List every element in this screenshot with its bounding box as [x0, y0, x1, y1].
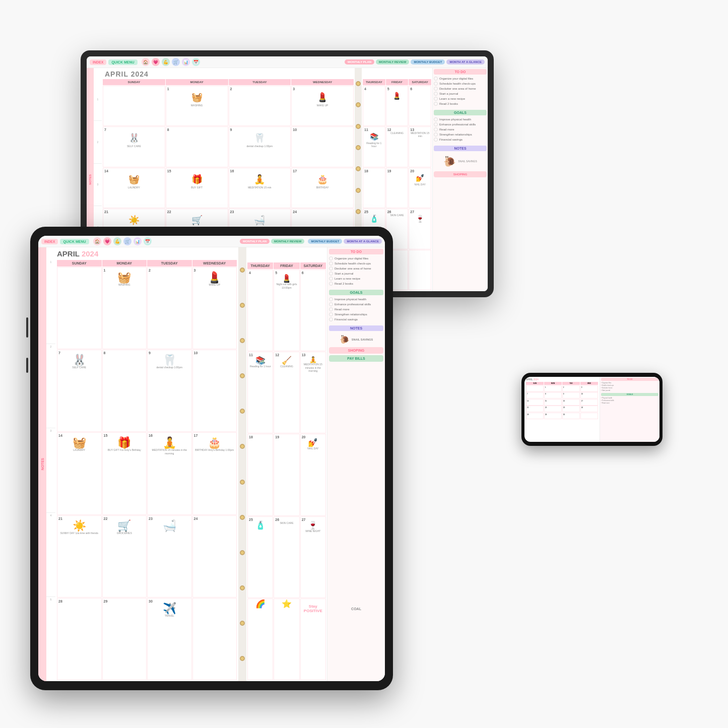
- home-icon[interactable]: 🏠: [142, 58, 150, 66]
- tablet-todo-check-3[interactable]: [329, 267, 333, 271]
- cart-icon[interactable]: 🛒: [172, 58, 180, 66]
- monitor-quick-menu-btn[interactable]: QUICK MENU: [108, 59, 137, 65]
- tablet-spiral: [238, 247, 246, 681]
- tab-cell-17: 17 🎂 BIRTHDAY Amy's Birthday 1:00pm: [192, 432, 237, 514]
- todo-text-5: Learn a new recipe: [439, 97, 465, 100]
- goal-3: Read more: [434, 127, 487, 131]
- month-at-glance-btn[interactable]: MONTH AT A GLANCE: [446, 59, 485, 64]
- todo-check-1[interactable]: [434, 77, 438, 81]
- phone-cell-16: 16: [562, 399, 580, 406]
- shopping-btn[interactable]: SHOPING: [434, 171, 487, 177]
- phone-right: TO DO • Organize files • Health check-up…: [600, 377, 659, 442]
- tablet-goal-check-1[interactable]: [329, 297, 333, 301]
- tablet-calendar-icon[interactable]: 📅: [144, 237, 152, 245]
- tablet-chart-icon[interactable]: 📊: [134, 237, 142, 245]
- phone-cell-1: 1: [544, 385, 562, 392]
- tablet-monthly-review-btn[interactable]: MONTHLY REVIEW: [271, 239, 304, 244]
- todo-check-5[interactable]: [434, 97, 438, 101]
- ring-3: [356, 124, 361, 129]
- chart-icon[interactable]: 📊: [182, 58, 190, 66]
- tab-cell-10: 10: [192, 350, 237, 432]
- phone-cell-21: 21: [526, 406, 544, 412]
- tablet-goal-check-2[interactable]: [329, 302, 333, 306]
- tablet-todo-text-3: Declutter one area of home: [335, 267, 371, 270]
- tablet-todo-check-6[interactable]: [329, 282, 333, 286]
- tablet-snail-icon: 🐌: [340, 335, 350, 344]
- goal-check-3[interactable]: [434, 127, 438, 131]
- tablet-quick-menu-btn[interactable]: QUICK MENU: [60, 239, 89, 244]
- goal-check-1[interactable]: [434, 117, 438, 121]
- phone: APRIL 2024 SUN MON TUE WED 1 2 3: [521, 373, 663, 446]
- goal-4: Strengthen relationships: [434, 133, 487, 137]
- tablet-header-wed: WEDNESDAY: [192, 260, 237, 267]
- monthly-budget-btn[interactable]: MONTHLY BUDGET: [411, 59, 445, 64]
- tablet-goal-check-5[interactable]: [329, 317, 333, 321]
- tablet-shopping-btn[interactable]: SHOPING: [329, 347, 383, 354]
- phone-todo-title: TO DO: [601, 378, 658, 381]
- tablet-month-glance-btn[interactable]: MONTH AT A GLANCE: [344, 239, 382, 244]
- monthly-plan-btn[interactable]: MONTHLY PLAN: [345, 59, 374, 64]
- calendar-icon[interactable]: 📅: [192, 58, 200, 66]
- tablet-right-panel: TO DO Organize your digital files Schedu…: [327, 247, 385, 681]
- tablet-todo-check-1[interactable]: [329, 256, 333, 260]
- monitor-day-headers-right: THURSDAY FRIDAY SATURDAY: [363, 79, 431, 85]
- phone-cell-23: 23: [562, 406, 580, 412]
- tablet-home-icon[interactable]: 🏠: [93, 237, 101, 245]
- tablet-home-btn[interactable]: [26, 317, 28, 338]
- phone-grid: SUN MON TUE WED 1 2 3 7 8 9 10: [526, 382, 598, 419]
- tab-cell-15: 15 🎁 BUY GIFT For Amy's Birthday: [102, 432, 147, 514]
- tab-cell-r-end3: StayPOSITIVE: [300, 599, 326, 680]
- goal-text-1: Improve physical health: [439, 118, 471, 121]
- tablet-ring: [240, 444, 245, 449]
- tablet-notes-left-tab: NOTES: [38, 247, 46, 681]
- todo-6: Read 2 books: [434, 102, 487, 106]
- todo-check-6[interactable]: [434, 102, 438, 106]
- monthly-review-btn[interactable]: MONTHLY REVIEW: [376, 59, 409, 64]
- tablet-index-btn[interactable]: INDEX: [41, 239, 58, 244]
- phone-left: APRIL 2024 SUN MON TUE WED 1 2 3: [524, 377, 600, 442]
- tablet-goal-text-3: Read more: [335, 308, 350, 311]
- goal-check-5[interactable]: [434, 138, 438, 142]
- tablet-cart-icon[interactable]: 🛒: [123, 237, 131, 245]
- tablet-goal-check-4[interactable]: [329, 312, 333, 316]
- goal-check-4[interactable]: [434, 133, 438, 137]
- todo-check-3[interactable]: [434, 87, 438, 91]
- coal-label: COAL: [351, 607, 361, 611]
- todo-check-2[interactable]: [434, 82, 438, 86]
- tablet-todo-check-2[interactable]: [329, 261, 333, 266]
- tablet-notes-title: NOTES: [329, 325, 383, 331]
- tablet-dumbbell-icon[interactable]: 💪: [113, 237, 121, 245]
- cell-11: 11📚Reading for 1 hour: [363, 126, 385, 167]
- tablet-ring: [240, 303, 245, 308]
- tablet-heart-icon[interactable]: 💗: [103, 237, 111, 245]
- todo-2: Schedule health check-ups: [434, 82, 487, 86]
- tablet-monthly-plan-btn[interactable]: MONTHLY PLAN: [240, 239, 270, 244]
- cell-8: 8: [166, 126, 228, 167]
- phone-title: APRIL 2024: [526, 378, 598, 381]
- tab-cell-29: 29: [102, 598, 147, 680]
- tablet-monthly-budget-btn[interactable]: MONTHLY BUDGET: [308, 239, 342, 244]
- tablet-goal-check-3[interactable]: [329, 307, 333, 311]
- todo-text-6: Read 2 books: [439, 102, 458, 105]
- tab-cell-r19: 19: [274, 434, 299, 515]
- monitor-index-btn[interactable]: INDEX: [90, 59, 106, 65]
- ring-7: [356, 209, 361, 214]
- tablet-title: APRIL 2024: [57, 248, 237, 260]
- dumbbell-icon[interactable]: 💪: [162, 58, 170, 66]
- tab-cell-empty: [57, 267, 102, 349]
- tablet-notes-content: 🐌 SNAIL SAVINGS: [329, 333, 383, 346]
- tablet-todo-check-4[interactable]: [329, 272, 333, 276]
- tablet-todo-section: TO DO Organize your digital files Schedu…: [329, 249, 383, 287]
- todo-3: Declutter one area of home: [434, 87, 487, 91]
- tablet-paybills-btn[interactable]: PAY BILLS: [329, 355, 383, 362]
- goal-text-4: Strengthen relationships: [439, 133, 472, 136]
- heart-icon[interactable]: 💗: [152, 58, 160, 66]
- tablet-todo-check-5[interactable]: [329, 277, 333, 281]
- todo-check-4[interactable]: [434, 92, 438, 96]
- cell-17: 17 🎂 BIRTHDAY: [291, 168, 354, 208]
- tablet-vol-btn[interactable]: [26, 358, 28, 373]
- goal-check-2[interactable]: [434, 122, 438, 126]
- tablet-nav-icons: 🏠 💗 💪 🛒 📊 📅: [93, 237, 152, 245]
- phone-cell-22: 22: [544, 406, 562, 412]
- tab-cell-21: 21 ☀️ SUNNY DAY 1za time with friends: [57, 515, 102, 598]
